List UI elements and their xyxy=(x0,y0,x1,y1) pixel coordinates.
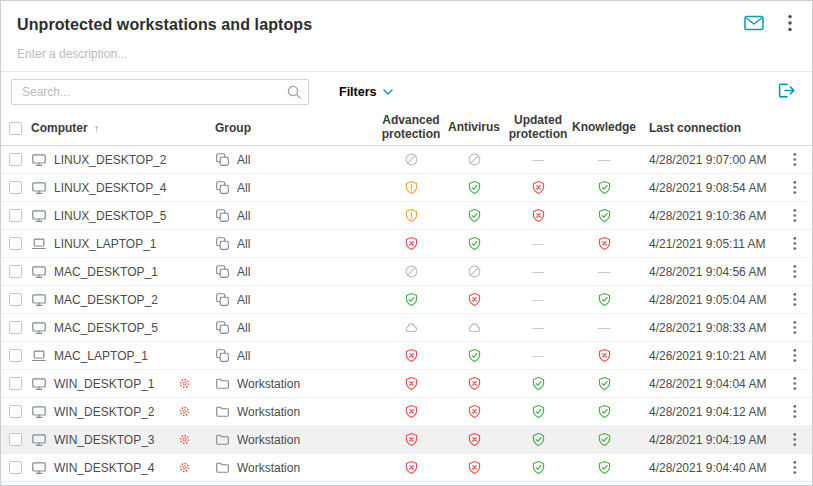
table-body: LINUX_DESKTOP_2 All — — 4/28/2021 9:07:0… xyxy=(1,146,812,482)
gear-icon xyxy=(178,405,191,418)
row-menu-button[interactable] xyxy=(789,290,801,309)
table-row[interactable]: WIN_DESKTOP_2 Workstation 4/28/2021 9:04… xyxy=(1,398,812,426)
computer-name: MAC_DESKTOP_2 xyxy=(54,293,158,307)
row-checkbox[interactable] xyxy=(9,461,22,474)
table-row[interactable]: MAC_DESKTOP_5 All — — 4/28/2021 9:08:33 … xyxy=(1,314,812,342)
column-header-knowledge: Knowledge xyxy=(571,121,637,135)
table-row[interactable]: LINUX_DESKTOP_2 All — — 4/28/2021 9:07:0… xyxy=(1,146,812,174)
mail-icon xyxy=(744,15,764,34)
row-checkbox[interactable] xyxy=(9,349,22,362)
page-menu-button[interactable] xyxy=(786,12,794,37)
row-checkbox[interactable] xyxy=(9,209,22,222)
page-title: Unprotected workstations and laptops xyxy=(17,16,742,34)
row-menu-button[interactable] xyxy=(789,374,801,393)
shield-check-icon xyxy=(571,460,637,475)
laptop-icon xyxy=(31,236,47,252)
row-menu-button[interactable] xyxy=(789,430,801,449)
last-connection: 4/28/2021 9:04:12 AM xyxy=(637,405,778,419)
computer-name: LINUX_DESKTOP_2 xyxy=(54,153,167,167)
filters-label: Filters xyxy=(339,85,377,99)
group-name: Workstation xyxy=(237,405,300,419)
row-checkbox[interactable] xyxy=(9,293,22,306)
select-all-checkbox[interactable] xyxy=(9,122,22,135)
table-row[interactable]: MAC_DESKTOP_1 All — — 4/28/2021 9:04:56 … xyxy=(1,258,812,286)
last-connection: 4/28/2021 9:04:40 AM xyxy=(637,461,778,475)
row-menu-button[interactable] xyxy=(789,262,801,281)
export-button[interactable] xyxy=(775,79,798,105)
table-row[interactable]: WIN_DESKTOP_1 Workstation 4/28/2021 9:04… xyxy=(1,370,812,398)
email-report-button[interactable] xyxy=(742,13,766,36)
cloud-icon xyxy=(443,320,505,336)
desktop-icon xyxy=(31,180,47,196)
chevron-down-icon xyxy=(383,89,393,95)
export-icon xyxy=(777,81,796,103)
row-checkbox[interactable] xyxy=(9,181,22,194)
shield-check-icon xyxy=(505,404,571,419)
last-connection: 4/21/2021 9:05:11 AM xyxy=(637,237,778,251)
shield-x-icon xyxy=(379,460,443,475)
column-header-computer[interactable]: Computer ↑ xyxy=(31,121,199,135)
shield-x-icon xyxy=(443,460,505,475)
computer-name: LINUX_DESKTOP_5 xyxy=(54,209,167,223)
last-connection: 4/28/2021 9:04:19 AM xyxy=(637,433,778,447)
row-menu-button[interactable] xyxy=(789,150,801,169)
last-connection: 4/28/2021 9:08:54 AM xyxy=(637,181,778,195)
desktop-icon xyxy=(31,404,47,420)
shield-x-icon xyxy=(379,432,443,447)
row-checkbox[interactable] xyxy=(9,433,22,446)
computer-name: MAC_LAPTOP_1 xyxy=(54,349,148,363)
group-name: All xyxy=(237,237,250,251)
computer-name: WIN_DESKTOP_3 xyxy=(54,433,154,447)
search-box xyxy=(11,79,309,105)
row-checkbox[interactable] xyxy=(9,377,22,390)
table-row[interactable]: LINUX_DESKTOP_4 All 4/28/2021 9:08:54 AM xyxy=(1,174,812,202)
shield-check-icon xyxy=(443,236,505,251)
shield-check-icon xyxy=(443,208,505,223)
column-header-updated-protection: Updated protection xyxy=(505,114,571,142)
desktop-icon xyxy=(31,208,47,224)
row-checkbox[interactable] xyxy=(9,153,22,166)
shield-check-icon xyxy=(571,180,637,195)
row-menu-button[interactable] xyxy=(789,318,801,337)
table-row[interactable]: LINUX_DESKTOP_5 All 4/28/2021 9:10:36 AM xyxy=(1,202,812,230)
row-checkbox[interactable] xyxy=(9,265,22,278)
shield-warning-icon xyxy=(379,180,443,195)
row-checkbox[interactable] xyxy=(9,237,22,250)
filters-button[interactable]: Filters xyxy=(339,85,393,99)
row-menu-button[interactable] xyxy=(789,178,801,197)
row-menu-button[interactable] xyxy=(789,402,801,421)
row-checkbox[interactable] xyxy=(9,321,22,334)
desktop-icon xyxy=(31,432,47,448)
shield-x-icon xyxy=(571,348,637,363)
table-row[interactable]: MAC_LAPTOP_1 All — 4/26/2021 9:10:21 AM xyxy=(1,342,812,370)
shield-check-icon xyxy=(505,376,571,391)
no-data-dash: — xyxy=(571,265,637,279)
table-row[interactable]: WIN_DESKTOP_4 Workstation 4/28/2021 9:04… xyxy=(1,454,812,482)
group-all-icon xyxy=(215,208,230,223)
search-input[interactable] xyxy=(11,79,309,105)
row-menu-button[interactable] xyxy=(789,206,801,225)
group-name: Workstation xyxy=(237,433,300,447)
description-input[interactable] xyxy=(17,47,798,61)
computer-name: WIN_DESKTOP_2 xyxy=(54,405,154,419)
no-data-dash: — xyxy=(571,153,637,167)
folder-icon xyxy=(215,460,230,475)
shield-check-icon xyxy=(443,180,505,195)
protection-disabled-icon xyxy=(443,264,505,279)
gear-icon xyxy=(178,433,191,446)
no-data-dash: — xyxy=(505,349,571,363)
table-row[interactable]: LINUX_LAPTOP_1 All — 4/21/2021 9:05:11 A… xyxy=(1,230,812,258)
table-row[interactable]: MAC_DESKTOP_2 All — 4/28/2021 9:05:04 AM xyxy=(1,286,812,314)
cloud-icon xyxy=(379,320,443,336)
desktop-icon xyxy=(31,460,47,476)
shield-check-icon xyxy=(379,292,443,307)
computer-name: WIN_DESKTOP_4 xyxy=(54,461,154,475)
row-checkbox[interactable] xyxy=(9,405,22,418)
last-connection: 4/28/2021 9:10:36 AM xyxy=(637,209,778,223)
row-menu-button[interactable] xyxy=(789,458,801,477)
unprotected-computers-page: Unprotected workstations and laptops Fil… xyxy=(0,0,813,486)
table-row[interactable]: WIN_DESKTOP_3 Workstation 4/28/2021 9:04… xyxy=(1,426,812,454)
row-menu-button[interactable] xyxy=(789,346,801,365)
row-menu-button[interactable] xyxy=(789,234,801,253)
column-header-group: Group xyxy=(199,121,379,135)
